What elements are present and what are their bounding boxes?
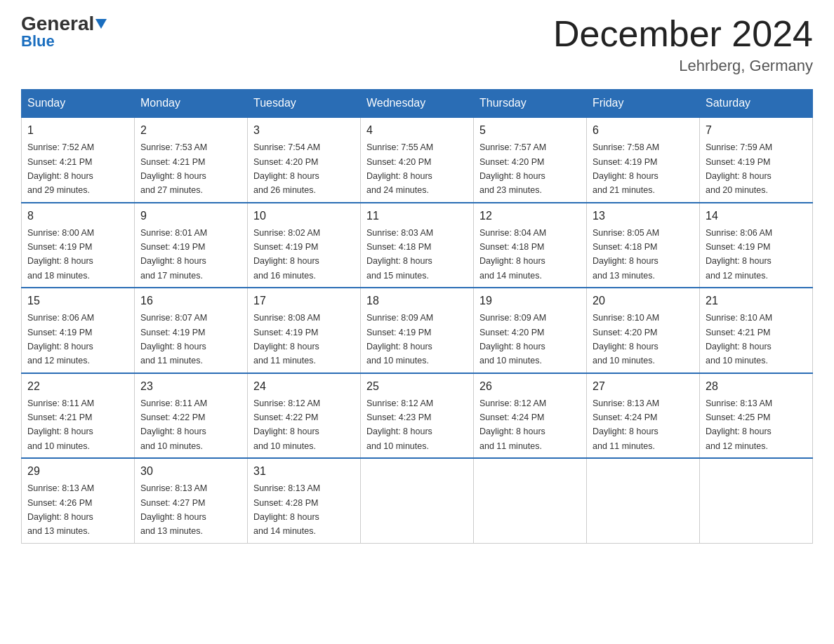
day-number: 2 bbox=[140, 122, 241, 139]
table-row: 15 Sunrise: 8:06 AMSunset: 4:19 PMDaylig… bbox=[22, 288, 135, 373]
day-number: 1 bbox=[27, 122, 128, 139]
day-number: 10 bbox=[253, 208, 355, 224]
day-number: 12 bbox=[479, 208, 581, 224]
day-info: Sunrise: 7:53 AMSunset: 4:21 PMDaylight:… bbox=[140, 142, 207, 195]
table-row: 21 Sunrise: 8:10 AMSunset: 4:21 PMDaylig… bbox=[700, 288, 813, 373]
day-number: 7 bbox=[706, 122, 807, 139]
day-number: 25 bbox=[366, 378, 468, 395]
day-number: 19 bbox=[479, 293, 581, 309]
day-info: Sunrise: 8:13 AMSunset: 4:26 PMDaylight:… bbox=[27, 483, 94, 536]
day-number: 26 bbox=[479, 378, 581, 395]
table-row: 11 Sunrise: 8:03 AMSunset: 4:18 PMDaylig… bbox=[361, 203, 474, 288]
table-row: 5 Sunrise: 7:57 AMSunset: 4:20 PMDayligh… bbox=[474, 117, 587, 203]
day-number: 17 bbox=[253, 293, 355, 309]
day-info: Sunrise: 8:04 AMSunset: 4:18 PMDaylight:… bbox=[479, 228, 546, 281]
table-row: 28 Sunrise: 8:13 AMSunset: 4:25 PMDaylig… bbox=[700, 373, 813, 459]
logo-triangle-icon bbox=[94, 13, 107, 34]
day-number: 16 bbox=[140, 293, 241, 309]
table-row: 7 Sunrise: 7:59 AMSunset: 4:19 PMDayligh… bbox=[700, 117, 813, 203]
table-row: 29 Sunrise: 8:13 AMSunset: 4:26 PMDaylig… bbox=[22, 458, 135, 543]
calendar-body: 1 Sunrise: 7:52 AMSunset: 4:21 PMDayligh… bbox=[22, 117, 813, 543]
day-number: 24 bbox=[253, 378, 355, 395]
day-number: 13 bbox=[593, 208, 694, 224]
table-row bbox=[587, 458, 700, 543]
day-info: Sunrise: 8:12 AMSunset: 4:24 PMDaylight:… bbox=[479, 398, 546, 451]
day-number: 21 bbox=[706, 293, 807, 309]
table-row: 14 Sunrise: 8:06 AMSunset: 4:19 PMDaylig… bbox=[700, 203, 813, 288]
table-row: 20 Sunrise: 8:10 AMSunset: 4:20 PMDaylig… bbox=[587, 288, 700, 373]
col-friday: Friday bbox=[587, 90, 700, 118]
day-info: Sunrise: 8:07 AMSunset: 4:19 PMDaylight:… bbox=[140, 313, 207, 365]
table-row: 3 Sunrise: 7:54 AMSunset: 4:20 PMDayligh… bbox=[248, 117, 361, 203]
logo-general-text: General bbox=[21, 14, 107, 34]
day-number: 28 bbox=[706, 378, 807, 395]
day-info: Sunrise: 8:06 AMSunset: 4:19 PMDaylight:… bbox=[27, 313, 94, 365]
day-info: Sunrise: 8:11 AMSunset: 4:22 PMDaylight:… bbox=[140, 398, 207, 451]
calendar-week-row: 15 Sunrise: 8:06 AMSunset: 4:19 PMDaylig… bbox=[22, 288, 813, 373]
day-info: Sunrise: 8:06 AMSunset: 4:19 PMDaylight:… bbox=[706, 228, 772, 281]
day-info: Sunrise: 8:13 AMSunset: 4:25 PMDaylight:… bbox=[706, 398, 772, 451]
day-info: Sunrise: 8:13 AMSunset: 4:27 PMDaylight:… bbox=[140, 483, 207, 536]
day-number: 22 bbox=[27, 378, 128, 395]
col-saturday: Saturday bbox=[700, 90, 813, 118]
calendar-week-row: 1 Sunrise: 7:52 AMSunset: 4:21 PMDayligh… bbox=[22, 117, 813, 203]
title-area: December 2024 Lehrberg, Germany bbox=[553, 14, 813, 75]
day-number: 11 bbox=[366, 208, 468, 224]
day-number: 3 bbox=[253, 122, 355, 139]
table-row bbox=[474, 458, 587, 543]
day-info: Sunrise: 8:00 AMSunset: 4:19 PMDaylight:… bbox=[27, 228, 94, 281]
day-number: 14 bbox=[706, 208, 807, 224]
col-sunday: Sunday bbox=[22, 90, 135, 118]
calendar-week-row: 22 Sunrise: 8:11 AMSunset: 4:21 PMDaylig… bbox=[22, 373, 813, 459]
table-row: 2 Sunrise: 7:53 AMSunset: 4:21 PMDayligh… bbox=[135, 117, 248, 203]
table-row: 9 Sunrise: 8:01 AMSunset: 4:19 PMDayligh… bbox=[135, 203, 248, 288]
table-row: 26 Sunrise: 8:12 AMSunset: 4:24 PMDaylig… bbox=[474, 373, 587, 459]
calendar-table: Sunday Monday Tuesday Wednesday Thursday… bbox=[21, 89, 813, 544]
day-info: Sunrise: 8:05 AMSunset: 4:18 PMDaylight:… bbox=[593, 228, 659, 281]
header-row: Sunday Monday Tuesday Wednesday Thursday… bbox=[22, 90, 813, 118]
day-info: Sunrise: 8:12 AMSunset: 4:23 PMDaylight:… bbox=[366, 398, 433, 451]
day-info: Sunrise: 8:09 AMSunset: 4:19 PMDaylight:… bbox=[366, 313, 433, 365]
day-number: 4 bbox=[366, 122, 468, 139]
location-subtitle: Lehrberg, Germany bbox=[553, 57, 813, 75]
day-number: 31 bbox=[253, 463, 355, 480]
col-tuesday: Tuesday bbox=[248, 90, 361, 118]
day-info: Sunrise: 7:52 AMSunset: 4:21 PMDaylight:… bbox=[27, 142, 94, 195]
col-monday: Monday bbox=[135, 90, 248, 118]
day-info: Sunrise: 7:59 AMSunset: 4:19 PMDaylight:… bbox=[706, 142, 772, 195]
table-row: 8 Sunrise: 8:00 AMSunset: 4:19 PMDayligh… bbox=[22, 203, 135, 288]
table-row: 30 Sunrise: 8:13 AMSunset: 4:27 PMDaylig… bbox=[135, 458, 248, 543]
calendar-header: Sunday Monday Tuesday Wednesday Thursday… bbox=[22, 90, 813, 118]
day-info: Sunrise: 7:57 AMSunset: 4:20 PMDaylight:… bbox=[479, 142, 546, 195]
logo: General Blue bbox=[21, 14, 107, 51]
day-info: Sunrise: 8:10 AMSunset: 4:20 PMDaylight:… bbox=[593, 313, 659, 365]
day-number: 15 bbox=[27, 293, 128, 309]
day-number: 9 bbox=[140, 208, 241, 224]
table-row: 19 Sunrise: 8:09 AMSunset: 4:20 PMDaylig… bbox=[474, 288, 587, 373]
logo-blue-text: Blue bbox=[21, 32, 55, 51]
day-info: Sunrise: 8:12 AMSunset: 4:22 PMDaylight:… bbox=[253, 398, 320, 451]
table-row: 13 Sunrise: 8:05 AMSunset: 4:18 PMDaylig… bbox=[587, 203, 700, 288]
table-row: 18 Sunrise: 8:09 AMSunset: 4:19 PMDaylig… bbox=[361, 288, 474, 373]
day-info: Sunrise: 7:54 AMSunset: 4:20 PMDaylight:… bbox=[253, 142, 320, 195]
table-row: 22 Sunrise: 8:11 AMSunset: 4:21 PMDaylig… bbox=[22, 373, 135, 459]
day-info: Sunrise: 8:13 AMSunset: 4:24 PMDaylight:… bbox=[593, 398, 659, 451]
table-row: 17 Sunrise: 8:08 AMSunset: 4:19 PMDaylig… bbox=[248, 288, 361, 373]
day-info: Sunrise: 8:08 AMSunset: 4:19 PMDaylight:… bbox=[253, 313, 320, 365]
day-info: Sunrise: 7:58 AMSunset: 4:19 PMDaylight:… bbox=[593, 142, 659, 195]
day-number: 30 bbox=[140, 463, 241, 480]
day-info: Sunrise: 8:03 AMSunset: 4:18 PMDaylight:… bbox=[366, 228, 433, 281]
day-info: Sunrise: 8:10 AMSunset: 4:21 PMDaylight:… bbox=[706, 313, 772, 365]
table-row: 23 Sunrise: 8:11 AMSunset: 4:22 PMDaylig… bbox=[135, 373, 248, 459]
day-info: Sunrise: 8:13 AMSunset: 4:28 PMDaylight:… bbox=[253, 483, 320, 536]
day-number: 23 bbox=[140, 378, 241, 395]
day-number: 5 bbox=[479, 122, 581, 139]
day-number: 20 bbox=[593, 293, 694, 309]
table-row bbox=[361, 458, 474, 543]
day-info: Sunrise: 8:01 AMSunset: 4:19 PMDaylight:… bbox=[140, 228, 207, 281]
table-row: 4 Sunrise: 7:55 AMSunset: 4:20 PMDayligh… bbox=[361, 117, 474, 203]
calendar-week-row: 29 Sunrise: 8:13 AMSunset: 4:26 PMDaylig… bbox=[22, 458, 813, 543]
table-row: 27 Sunrise: 8:13 AMSunset: 4:24 PMDaylig… bbox=[587, 373, 700, 459]
table-row: 24 Sunrise: 8:12 AMSunset: 4:22 PMDaylig… bbox=[248, 373, 361, 459]
day-info: Sunrise: 8:02 AMSunset: 4:19 PMDaylight:… bbox=[253, 228, 320, 281]
